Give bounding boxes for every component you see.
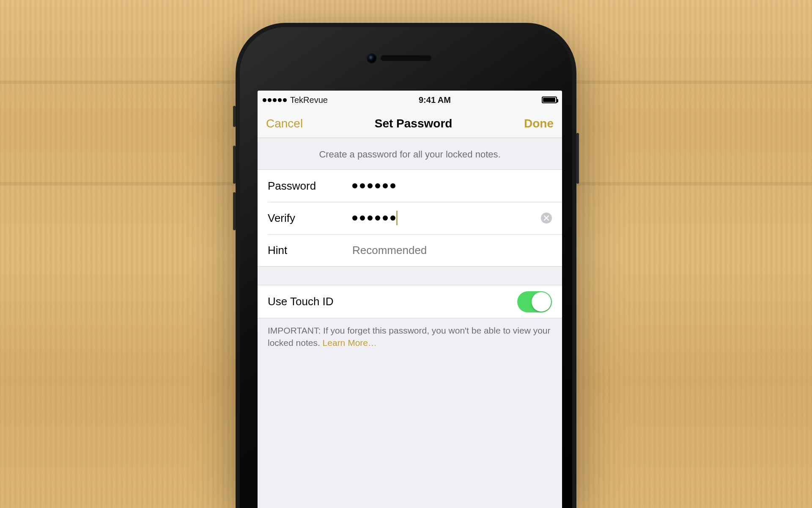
earpiece-speaker (381, 55, 431, 61)
close-icon (544, 215, 549, 221)
learn-more-link[interactable]: Learn More… (323, 338, 377, 348)
verify-label: Verify (268, 212, 352, 225)
phone-frame: TekRevue 9:41 AM Cancel Set Password Don… (236, 23, 576, 508)
carrier-label: TekRevue (290, 95, 328, 105)
mute-switch (233, 106, 236, 127)
touchid-toggle[interactable] (517, 291, 552, 312)
footer-note: IMPORTANT: If you forget this password, … (258, 318, 562, 359)
section-description: Create a password for all your locked no… (258, 138, 562, 170)
volume-up-button (233, 146, 236, 184)
done-button[interactable]: Done (524, 117, 554, 130)
password-row[interactable]: Password (258, 170, 562, 202)
front-camera (367, 53, 377, 64)
battery-icon (542, 97, 557, 103)
password-form: Password Verify (258, 170, 562, 267)
status-bar: TekRevue 9:41 AM (258, 91, 562, 109)
password-field[interactable] (352, 183, 395, 188)
hint-field[interactable] (352, 244, 552, 257)
cancel-button[interactable]: Cancel (266, 117, 303, 130)
password-label: Password (268, 179, 352, 193)
text-cursor (396, 211, 398, 225)
signal-strength-icon (263, 98, 287, 102)
hint-row[interactable]: Hint (258, 234, 562, 266)
phone-screen: TekRevue 9:41 AM Cancel Set Password Don… (258, 91, 562, 508)
touchid-row: Use Touch ID (258, 285, 562, 318)
navigation-bar: Cancel Set Password Done (258, 109, 562, 138)
verify-field[interactable] (352, 215, 395, 221)
status-time: 9:41 AM (419, 95, 451, 105)
verify-row[interactable]: Verify (258, 202, 562, 234)
page-title: Set Password (375, 117, 453, 130)
footer-note-text: IMPORTANT: If you forget this password, … (268, 326, 551, 348)
clear-text-button[interactable] (541, 213, 552, 224)
hint-label: Hint (268, 244, 352, 257)
volume-down-button (233, 192, 236, 230)
power-button (576, 133, 579, 184)
section-gap (258, 267, 562, 285)
touchid-label: Use Touch ID (268, 295, 334, 308)
